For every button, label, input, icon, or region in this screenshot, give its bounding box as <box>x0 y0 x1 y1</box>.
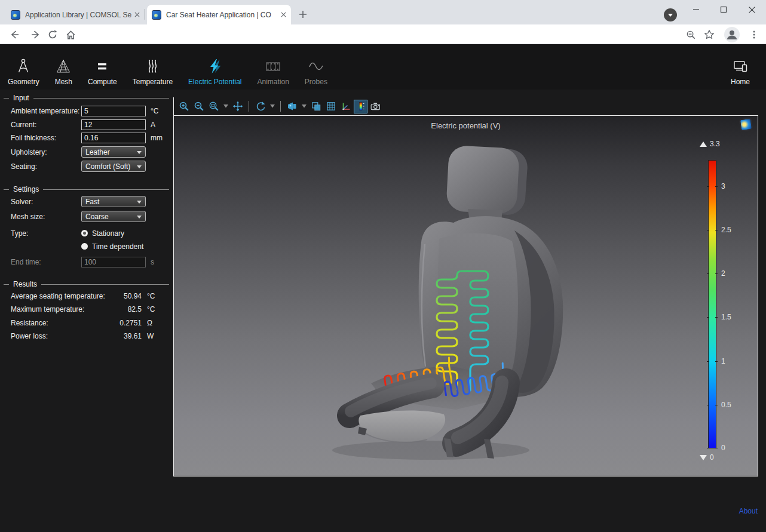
equals-icon <box>94 58 111 75</box>
ribbon-item-geometry[interactable]: Geometry <box>0 49 47 86</box>
grid-button[interactable] <box>324 100 338 113</box>
upholstery-select[interactable]: Leather <box>81 146 146 158</box>
zoom-out-button[interactable] <box>192 100 206 113</box>
plot-canvas[interactable]: Electric potential (V) <box>173 115 758 476</box>
chevron-down-icon <box>270 104 275 108</box>
reload-icon <box>47 29 58 40</box>
result-row: Maximum temperature: 82.5 °C <box>11 304 161 315</box>
forward-button[interactable] <box>27 26 44 43</box>
radio-time-dependent[interactable] <box>81 243 88 250</box>
seating-select[interactable]: Comfort (Soft) <box>81 161 146 172</box>
zoom-extents-button[interactable] <box>231 100 244 113</box>
browser-toolbar: comsol.com/server-demo/app/car_seat_heat… <box>0 24 766 44</box>
chevron-down-icon <box>302 104 307 108</box>
color-legend-button[interactable] <box>354 100 367 113</box>
selected-value: Coarse <box>85 213 109 221</box>
browser-menu-button[interactable] <box>746 26 762 43</box>
maximize-icon <box>720 6 727 13</box>
rotate-dropdown[interactable] <box>268 100 276 113</box>
tab-car-seat-heater[interactable]: Car Seat Heater Application | CO <box>147 5 291 24</box>
section-title: Settings <box>13 185 39 193</box>
ribbon-label: Animation <box>257 78 289 86</box>
mesh-size-select[interactable]: Coarse <box>81 211 146 222</box>
zoom-box-dropdown[interactable] <box>222 100 229 113</box>
back-button[interactable] <box>6 26 23 43</box>
upholstery-row: Upholstery: Leather <box>11 146 166 158</box>
tab-search-button[interactable] <box>664 8 677 21</box>
ribbon-item-compute[interactable]: Compute <box>80 49 125 86</box>
radio-label: Stationary <box>92 229 124 238</box>
ribbon-item-mesh[interactable]: Mesh <box>47 49 80 86</box>
screenshot-button[interactable] <box>369 100 382 113</box>
profile-avatar-icon <box>724 26 740 43</box>
close-window-button[interactable] <box>743 2 761 17</box>
scene-light-dropdown[interactable] <box>300 100 308 113</box>
radio-label: Time dependent <box>92 242 143 251</box>
grid-icon <box>326 101 336 112</box>
current-row: Current: A <box>11 119 166 130</box>
profile-button[interactable] <box>724 26 740 43</box>
ribbon-label: Probes <box>305 78 327 86</box>
back-icon <box>9 29 20 40</box>
field-label: Current: <box>11 121 81 129</box>
axes-orientation-button[interactable] <box>339 100 353 113</box>
tab-title: Car Seat Heater Application | CO <box>166 11 281 19</box>
divider <box>4 189 9 190</box>
field-label: Seating: <box>11 162 81 171</box>
type-row-stationary: Type: Stationary <box>11 227 166 239</box>
selected-value: Fast <box>85 198 99 206</box>
lightning-bolt-icon <box>207 58 223 75</box>
solver-select[interactable]: Fast <box>81 196 146 207</box>
current-input[interactable] <box>81 119 146 130</box>
zoom-box-button[interactable] <box>207 100 220 113</box>
maximize-button[interactable] <box>715 2 733 17</box>
min-value: 0 <box>710 453 714 462</box>
axes-orientation-icon <box>341 101 351 112</box>
devices-icon <box>731 58 749 75</box>
rotate-icon <box>255 101 266 112</box>
comsol-favicon <box>11 10 20 20</box>
field-unit: mm <box>151 134 163 142</box>
rotate-view-button[interactable] <box>253 100 267 113</box>
minimize-button[interactable] <box>687 2 705 17</box>
mesh-size-row: Mesh size: Coarse <box>11 211 166 222</box>
sine-wave-icon <box>308 58 324 75</box>
reload-button[interactable] <box>44 26 61 43</box>
foil-thickness-input[interactable] <box>81 133 146 143</box>
browser-home-button[interactable] <box>62 26 79 43</box>
divider <box>4 284 9 285</box>
result-label: Resistance: <box>11 319 107 327</box>
new-tab-button[interactable] <box>297 8 309 23</box>
result-label: Power loss: <box>11 332 107 340</box>
end-time-input <box>81 257 146 267</box>
scene-light-button[interactable] <box>285 100 299 113</box>
ribbon-label: Compute <box>88 78 117 86</box>
field-label: Type: <box>11 229 81 238</box>
selected-value: Leather <box>85 148 110 156</box>
new-tab-icon <box>297 8 309 20</box>
car-seat-3d-model <box>174 116 759 477</box>
transparency-button[interactable] <box>309 100 323 113</box>
field-unit: °C <box>151 107 158 115</box>
ribbon-item-probes: Probes <box>297 49 335 86</box>
ribbon-item-temperature[interactable]: Temperature <box>125 49 180 86</box>
seating-row: Seating: Comfort (Soft) <box>11 161 166 172</box>
colorbar-tick: 3 <box>707 186 718 187</box>
zoom-in-button[interactable] <box>177 100 191 113</box>
page-zoom-button[interactable] <box>682 26 699 43</box>
ribbon-item-electric-potential[interactable]: Electric Potential <box>180 49 249 86</box>
radio-stationary[interactable] <box>81 230 88 236</box>
field-label: Upholstery: <box>11 148 81 156</box>
close-tab-icon[interactable] <box>134 12 140 17</box>
ribbon-item-home[interactable]: Home <box>723 49 758 86</box>
section-header-results: Results <box>4 280 169 288</box>
bookmark-button[interactable] <box>701 26 718 43</box>
toolbar-separator <box>280 101 281 112</box>
toolbar-separator <box>249 101 249 112</box>
menu-kebab-icon <box>749 30 759 39</box>
result-unit: W <box>147 332 161 340</box>
close-tab-icon[interactable] <box>281 12 286 17</box>
tab-application-library[interactable]: Application Library | COMSOL Se <box>6 5 145 24</box>
ambient-temperature-input[interactable] <box>81 106 146 116</box>
about-link[interactable]: About <box>739 507 758 515</box>
